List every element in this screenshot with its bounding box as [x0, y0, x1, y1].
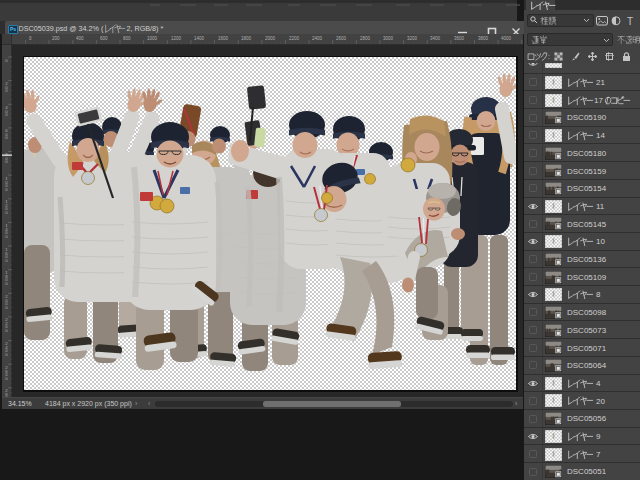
svg-text:T: T: [627, 16, 633, 26]
